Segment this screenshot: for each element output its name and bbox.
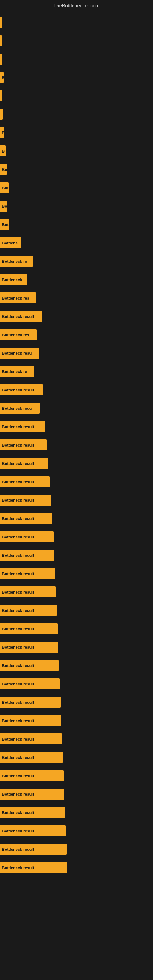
bar-row: Bottleneck result xyxy=(0,436,153,454)
bar-row: Bottleneck result xyxy=(0,638,153,656)
bar-label: Bottleneck result xyxy=(2,663,34,668)
bar-label: Bottleneck re xyxy=(2,369,27,374)
bars-container: BBBBoBotBoBotBottleneBottleneck reBottle… xyxy=(0,10,153,880)
bar xyxy=(0,109,3,120)
bar-row xyxy=(0,13,153,32)
bar: Bottleneck result xyxy=(0,660,59,671)
bar-row: Bottlene xyxy=(0,234,153,252)
bar-label: Bottleneck result xyxy=(2,737,34,741)
bar-row: Bottleneck result xyxy=(0,656,153,675)
bar-label: Bottleneck result xyxy=(2,773,34,778)
bar: Bottleneck result xyxy=(0,862,67,873)
bar: Bot xyxy=(0,219,9,230)
bar-label: Bottleneck result xyxy=(2,682,34,686)
bar: Bottleneck result xyxy=(0,715,61,726)
bar-label: Bottleneck result xyxy=(2,535,34,539)
bar-row: Bottleneck result xyxy=(0,748,153,767)
bar-label: Bottleneck result xyxy=(2,829,34,833)
bar-label: Bottleneck result xyxy=(2,553,34,558)
bar: Bottleneck result xyxy=(0,311,42,322)
bar-label: Bottleneck result xyxy=(2,480,34,484)
bar-row: Bottleneck result xyxy=(0,675,153,693)
bar: B xyxy=(0,72,4,83)
bar: Bottleneck re xyxy=(0,366,34,377)
bar-row: Bottleneck result xyxy=(0,730,153,748)
bar: B xyxy=(0,127,4,138)
bar-label: Bottleneck result xyxy=(2,516,34,521)
bar-row: Bottleneck result xyxy=(0,840,153,858)
bar-row: Bo xyxy=(0,160,153,178)
bar: Bottleneck result xyxy=(0,550,54,561)
bar: Bottleneck result xyxy=(0,531,54,542)
bar-row: Bottleneck result xyxy=(0,767,153,785)
bar: Bottleneck result xyxy=(0,439,46,450)
bar: Bottleneck result xyxy=(0,458,48,469)
bar xyxy=(0,54,2,65)
bar-label: Bottleneck resu xyxy=(2,406,32,411)
bar-label: Bottleneck result xyxy=(2,608,34,613)
bar-row: Bottleneck result xyxy=(0,381,153,399)
bar-label: Bottleneck result xyxy=(2,314,34,319)
bar: Bottleneck res xyxy=(0,293,36,304)
bar-row: Bottleneck result xyxy=(0,473,153,491)
bar-row: Bottleneck result xyxy=(0,693,153,711)
bar-row: Bottleneck res xyxy=(0,326,153,344)
bar-row: Bottleneck result xyxy=(0,583,153,601)
bar-label: Bot xyxy=(2,222,9,227)
bar-row: Bottleneck result xyxy=(0,454,153,473)
bar-row: Bottleneck result xyxy=(0,620,153,638)
bar-label: Bottleneck res xyxy=(2,332,29,337)
bar-row: Bottleneck resu xyxy=(0,344,153,362)
bar-row: Bottleneck result xyxy=(0,307,153,326)
bar-label: Bottleneck re xyxy=(2,259,27,264)
bar: Bottleneck result xyxy=(0,495,51,506)
bar-row: Bottleneck re xyxy=(0,252,153,270)
bar-label: Bottleneck result xyxy=(2,792,34,797)
bar: Bottleneck result xyxy=(0,807,65,818)
bar-label: Bottleneck result xyxy=(2,865,34,870)
bar: Bottleneck result xyxy=(0,733,62,745)
bar-row: B xyxy=(0,142,153,160)
bar-row: Bottleneck result xyxy=(0,509,153,528)
bar: Bottleneck result xyxy=(0,513,52,524)
bar-row xyxy=(0,105,153,123)
bar-label: B xyxy=(2,130,4,135)
bar xyxy=(0,90,2,101)
bar: Bottleneck resu xyxy=(0,403,40,414)
bar-label: B xyxy=(2,75,4,80)
bar xyxy=(0,17,2,28)
bar-label: Bottleneck result xyxy=(2,645,34,649)
bar-row: Bottleneck result xyxy=(0,803,153,822)
bar-row: Bot xyxy=(0,215,153,234)
bar-row: Bottleneck result xyxy=(0,858,153,877)
bar-label: Bottleneck result xyxy=(2,719,34,723)
bar-row xyxy=(0,32,153,50)
bar-label: Bottleneck result xyxy=(2,847,34,852)
bar-row: Bottleneck resu xyxy=(0,399,153,417)
bar: Bottleneck result xyxy=(0,623,57,634)
bar-label: Bo xyxy=(2,204,7,208)
bar-label: Bottleneck result xyxy=(2,755,34,760)
bar: Bottleneck result xyxy=(0,384,43,395)
bar: Bottleneck re xyxy=(0,256,33,267)
bar: Bottleneck result xyxy=(0,605,57,616)
bar xyxy=(0,35,2,46)
bar-row: Bottleneck result xyxy=(0,822,153,840)
bar: Bottleneck result xyxy=(0,587,56,598)
bar: Bottleneck result xyxy=(0,678,60,689)
bar-label: Bo xyxy=(2,167,7,172)
bar-row xyxy=(0,87,153,105)
bar-row: Bottleneck result xyxy=(0,565,153,583)
bar: Bottleneck resu xyxy=(0,348,39,359)
bar: Bo xyxy=(0,200,7,212)
bar: Bottleneck result xyxy=(0,770,64,781)
bar-label: Bottleneck result xyxy=(2,461,34,466)
bar-label: Bottleneck xyxy=(2,277,22,282)
bar-row: Bottleneck result xyxy=(0,528,153,546)
bar-row: B xyxy=(0,123,153,142)
site-title: TheBottlenecker.com xyxy=(0,0,153,10)
bar-label: Bottleneck result xyxy=(2,627,34,631)
bar-label: Bottleneck result xyxy=(2,388,34,392)
bar-row: Bottleneck res xyxy=(0,289,153,307)
bar-label: Bottlene xyxy=(2,241,18,245)
